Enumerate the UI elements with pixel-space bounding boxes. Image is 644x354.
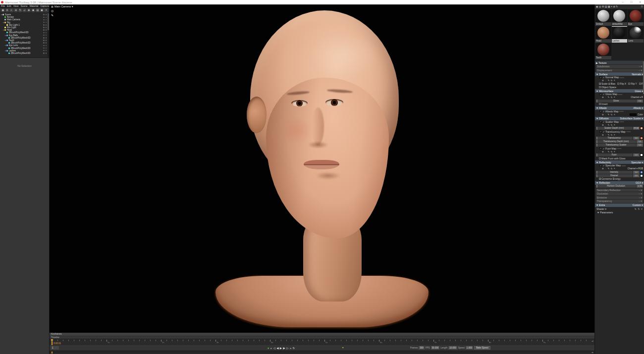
slider-track[interactable]: Fresnel: [596, 174, 633, 177]
lock-icon[interactable]: [43, 37, 45, 39]
map-checkbox[interactable]: ✓ Fuzz Map: [603, 147, 617, 150]
slider-track[interactable]: Scatter Depth (mm): [596, 127, 633, 130]
collapsed-section-emissive[interactable]: Emissive– ▾: [596, 196, 643, 200]
lock-icon[interactable]: [43, 17, 45, 18]
viewport-paint-icon[interactable]: ✎: [51, 13, 54, 17]
section-header-reflectivity[interactable]: ▼ ReflectivitySpecular ▾: [595, 160, 644, 164]
previous-keyframe-button[interactable]: ◁: [273, 347, 275, 350]
checkbox-invert[interactable]: Invert: [599, 102, 608, 105]
slider-track[interactable]: Intensity: [596, 171, 633, 174]
slider-track[interactable]: Horizon Occlusion: [596, 185, 636, 188]
loop-button[interactable]: ↻: [293, 347, 295, 350]
section-mode-dropdown[interactable]: Specular ▾: [631, 161, 643, 164]
visibility-eye-icon[interactable]: [46, 14, 47, 15]
minimize-button[interactable]: –: [622, 0, 624, 4]
delete-icon[interactable]: ×: [44, 8, 48, 12]
channel-dropdown[interactable]: Channel ▾ RGB: [628, 167, 643, 170]
maximize-button[interactable]: □: [631, 0, 633, 4]
material-eye[interactable]: Eye: [628, 9, 644, 26]
length-field[interactable]: 10.000: [448, 346, 457, 350]
reload-map-icon[interactable]: ↻: [611, 151, 613, 153]
record-keyframe-button[interactable]: ●: [268, 347, 269, 350]
go-to-start-button[interactable]: «: [270, 347, 272, 350]
visibility-eye-icon[interactable]: [46, 19, 47, 21]
slider-value[interactable]: 1.0: [637, 144, 643, 147]
lock-icon[interactable]: [43, 27, 45, 28]
checkbox-flip-y[interactable]: Flip Y: [628, 82, 637, 85]
step-back-button[interactable]: ◀: [276, 347, 278, 350]
map-checkbox[interactable]: ✓ Normal Map: [603, 76, 619, 79]
material-defaultmat[interactable]: defaultMat: [612, 9, 628, 26]
checkbox-conserve-energy[interactable]: ✓Conserve Energy: [599, 177, 621, 180]
collapsed-section-subdivision[interactable]: Subdivision– ▾: [596, 65, 643, 68]
lock-icon[interactable]: [43, 14, 45, 15]
map-checkbox[interactable]: ✓ Albedo Map: [603, 110, 619, 113]
clear-map-icon[interactable]: ×: [614, 134, 615, 136]
shader-dropdown[interactable]: Shader ▾: [596, 207, 606, 210]
slider-value[interactable]: 1.0: [633, 171, 640, 174]
delete-material-icon[interactable]: ×: [611, 5, 612, 8]
slider-value[interactable]: 1.78: [637, 185, 643, 188]
slider-value[interactable]: 1.0: [633, 153, 640, 156]
collapsed-section-displacement[interactable]: Displacement– ▾: [596, 69, 643, 72]
collapsed-section-transparency[interactable]: Transparency– ▾: [596, 200, 643, 203]
load-map-icon[interactable]: ⊕: [602, 151, 604, 153]
clear-map-icon[interactable]: ×: [614, 151, 615, 153]
edit-shader-icon[interactable]: ✎: [635, 207, 637, 210]
lock-icon[interactable]: [43, 48, 45, 49]
clear-map-icon[interactable]: ×: [614, 124, 615, 126]
edit-map-icon[interactable]: ✎: [607, 79, 609, 82]
color-swatch[interactable]: [640, 137, 644, 140]
add-camera-icon[interactable]: ◉: [1, 8, 5, 12]
lock-icon[interactable]: [43, 35, 45, 36]
menu-item-file[interactable]: File: [0, 4, 6, 8]
viewport-camera-menu[interactable]: ▦ Main Camera ▾: [51, 5, 73, 8]
timeline-ruler[interactable]: 0:00.01 ▴▾ 1s2s3s4s5s6s7s8s9s: [50, 339, 594, 345]
add-light-icon[interactable]: ☀: [5, 8, 9, 12]
material-default[interactable]: Default: [595, 9, 611, 26]
add-external-object-icon[interactable]: ◈: [27, 8, 31, 12]
menu-item-capture[interactable]: Capture: [39, 4, 50, 8]
visibility-eye-icon[interactable]: [46, 32, 47, 34]
duplicate-icon[interactable]: ▣: [40, 8, 44, 12]
menu-item-scene[interactable]: Scene: [19, 4, 28, 8]
section-mode-dropdown[interactable]: Gloss ▾: [635, 90, 643, 93]
menu-item-edit[interactable]: Edit: [6, 4, 12, 8]
visibility-eye-icon[interactable]: [46, 35, 47, 36]
checkbox-object-space[interactable]: Object Space: [599, 86, 616, 89]
color-swatch[interactable]: [630, 113, 637, 116]
current-frame-field[interactable]: 1: [51, 346, 59, 350]
slider-value[interactable]: 1.0: [633, 174, 640, 177]
add-fog-icon[interactable]: ≋: [14, 8, 18, 12]
map-checkbox[interactable]: ✓ Specular Map: [603, 164, 621, 167]
new-material-icon[interactable]: ◉: [596, 5, 598, 8]
keyframe-marker-icon[interactable]: ✦: [342, 346, 344, 349]
section-header-texture[interactable]: ▶ Texture: [595, 61, 644, 64]
visibility-eye-icon[interactable]: [46, 27, 47, 28]
checkbox-flip-x[interactable]: Flip X: [617, 82, 626, 85]
load-map-icon[interactable]: ⊕: [602, 113, 604, 116]
visibility-eye-icon[interactable]: [46, 29, 47, 31]
clear-map-icon[interactable]: ×: [614, 79, 615, 82]
slider-value[interactable]: 1.0: [633, 137, 640, 140]
reload-map-icon[interactable]: ↻: [611, 134, 613, 136]
open-folder-icon[interactable]: ▤: [605, 5, 607, 8]
scene-tree-scrollbar[interactable]: [48, 13, 49, 57]
timeline-scroll-arrows[interactable]: ◂▸: [591, 351, 593, 354]
reload-map-icon[interactable]: ↻: [611, 124, 613, 126]
pick-map-icon[interactable]: ◌: [605, 151, 606, 153]
next-keyframe-button[interactable]: ▷: [286, 347, 288, 350]
section-header-surface[interactable]: ▼ SurfaceNormals ▾: [595, 72, 644, 76]
slider-value[interactable]: 1.0: [637, 140, 643, 143]
edit-map-icon[interactable]: ✎: [607, 96, 609, 99]
load-map-icon[interactable]: ⊕: [602, 124, 604, 126]
link-material-icon[interactable]: ⇄: [613, 5, 615, 8]
load-map-icon[interactable]: ⊕: [602, 167, 604, 170]
texture-slot-thumbnail[interactable]: [599, 110, 602, 112]
edit-map-icon[interactable]: ✎: [607, 167, 609, 170]
edit-map-icon[interactable]: ✎: [607, 113, 609, 116]
reload-map-icon[interactable]: ↻: [611, 96, 613, 99]
viewport-settings-icon[interactable]: ◎: [51, 9, 54, 12]
settings-icon[interactable]: ⚙: [602, 5, 604, 8]
lock-icon[interactable]: [43, 22, 45, 23]
